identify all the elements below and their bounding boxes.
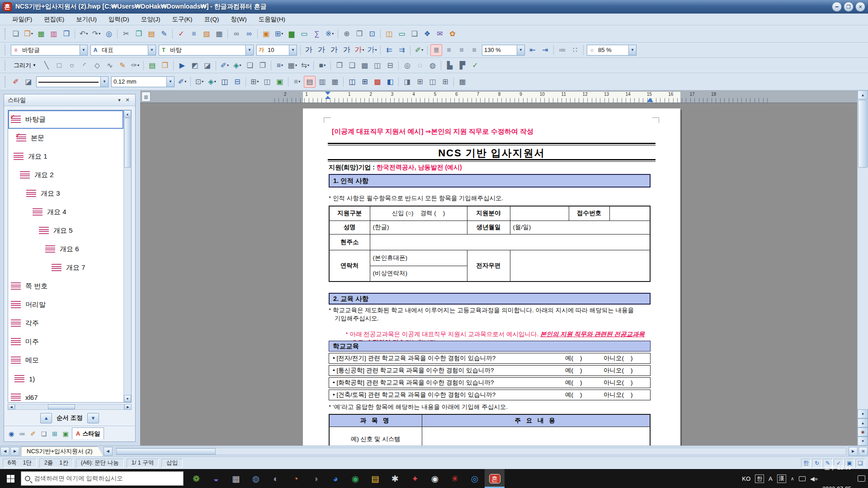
right-margin-marker[interactable] <box>647 98 653 102</box>
toolbar-icon[interactable]: ≡ <box>188 28 200 40</box>
toolbar-icon[interactable]: ✉ <box>434 28 446 40</box>
panel-tab-icon[interactable]: ◉ <box>6 428 17 439</box>
line-style-combo[interactable]: ▼ <box>36 76 108 87</box>
table-tool-icon[interactable]: ◫ <box>427 76 439 88</box>
draw-tool-icon[interactable]: □ <box>53 60 65 71</box>
taskbar-app-icon[interactable]: ▦ <box>226 469 246 488</box>
vertical-scrollbar[interactable]: ▲ ▼ ▲ ◉ ▼ <box>857 90 868 446</box>
style-list-scrollbar[interactable]: ▲ ▼ <box>123 110 131 402</box>
scrollbar-thumb[interactable] <box>858 100 868 168</box>
toolbar-icon[interactable]: ❏ <box>10 28 22 40</box>
scroll-up-icon[interactable]: ▲ <box>858 90 868 99</box>
table-tool-icon[interactable]: ◫ <box>219 76 231 88</box>
toolbar-icon[interactable]: ※ <box>324 28 335 40</box>
hscroll-left-icon[interactable]: ◀ <box>104 447 113 456</box>
toolbar-icon[interactable]: ❐ <box>133 28 145 40</box>
style-list-item[interactable]: ✓ 1) <box>8 370 123 388</box>
taskbar-app-icon[interactable]: ✳ <box>445 469 465 488</box>
format-button[interactable]: ∷ <box>569 44 581 56</box>
draw-tool-icon[interactable]: ◇ <box>91 60 103 71</box>
display-icon[interactable] <box>799 476 806 481</box>
toolbar-icon[interactable]: ▦ <box>35 28 47 40</box>
toolbar-icon[interactable]: ⊡ <box>366 28 378 40</box>
panel-tab-icon[interactable]: ✐ <box>28 428 38 439</box>
taskbar-app-icon[interactable]: ◐ <box>266 469 286 488</box>
toolbar-icon[interactable]: ▣ <box>260 28 272 40</box>
menu-item[interactable]: 도구(K) <box>166 14 198 25</box>
question-row[interactable]: • [전자/전기] 관련 학교교육 과목을 이수한 경험이 있습니까? 예( )… <box>329 353 651 364</box>
draw-tool-icon[interactable]: ╲ <box>41 60 52 71</box>
menu-item[interactable]: 보기(U) <box>70 14 103 25</box>
toolbar-icon[interactable]: ∞ <box>231 28 242 40</box>
style-list-item[interactable]: ✓ 메모 <box>8 351 123 370</box>
style-list-item[interactable]: ✓ 머리말 <box>8 296 123 314</box>
taskbar-clock[interactable]: 오후 12:33 2022-07-05 <box>822 450 851 488</box>
document-viewport[interactable]: [이공계 대표직무 지원서 예시] ⇒본인의 지원 직무로 수정하여 작성 NC… <box>140 103 857 446</box>
draw-menu-button[interactable]: 그리기▼ <box>9 60 40 71</box>
format-button[interactable]: 가 <box>303 44 315 56</box>
tab-scroll-right-icon[interactable]: ▶ <box>10 447 19 456</box>
toolbar-icon[interactable]: ⊞ <box>273 28 285 40</box>
taskbar-app-icon[interactable]: ◍ <box>246 469 266 488</box>
toolbar-icon[interactable] <box>172 29 173 39</box>
menu-item[interactable]: 파일(F) <box>6 14 38 25</box>
draw-tool-icon[interactable]: ◍ <box>427 60 439 71</box>
draw-tool-icon[interactable] <box>441 61 442 70</box>
toolbar-icon[interactable]: ▧ <box>201 28 212 40</box>
style-list-item[interactable]: ✓ 개요 2 <box>8 166 123 184</box>
font-combo[interactable]: T 바탕 ▼ <box>159 45 254 56</box>
format-button[interactable] <box>553 45 554 55</box>
table-cell[interactable] <box>609 206 650 221</box>
table-cell[interactable] <box>422 427 650 446</box>
toolbar-icon[interactable]: ▆ <box>286 28 297 40</box>
table-tool-icon[interactable]: ▤ <box>304 76 316 88</box>
rep-style-combo[interactable]: A 대표 ▼ <box>90 45 156 56</box>
table-cell[interactable]: 지원구분 <box>329 206 370 221</box>
table-tool-icon[interactable] <box>245 77 246 87</box>
menu-item[interactable]: 편집(E) <box>38 14 70 25</box>
draw-tool-icon[interactable]: ▛ <box>457 60 468 71</box>
goto-page-button[interactable]: ◉ <box>858 427 868 436</box>
answer-yes[interactable]: 예( ) <box>565 379 604 387</box>
document-tab[interactable]: NCS기반+입사지원서 (2) <box>21 446 103 456</box>
toolbar-icon[interactable]: ◎ <box>103 28 115 40</box>
tray-expand-icon[interactable]: ∧ <box>791 476 794 482</box>
table-cell[interactable]: 예) 신호 및 시스템 <box>329 427 422 446</box>
table-header-cell[interactable]: 주 요 내 용 <box>422 414 650 427</box>
style-list-item[interactable]: ✓ 개요 3 <box>8 184 123 203</box>
style-list-item[interactable]: ✓ 개요 5 <box>8 221 123 240</box>
line-spacing-dropdown[interactable]: ▼ <box>517 45 524 55</box>
draw-tool-icon[interactable]: ✓ <box>469 60 481 71</box>
table-tool-icon[interactable]: ◫ <box>346 76 358 88</box>
question-row[interactable]: • [건축/토목] 관련 학교교육 과목을 이수한 경험이 있습니까? 예( )… <box>329 389 651 400</box>
document-page[interactable]: [이공계 대표직무 지원서 예시] ⇒본인의 지원 직무로 수정하여 작성 NC… <box>303 108 680 446</box>
table-cell[interactable]: 지원분야 <box>467 206 510 221</box>
style-list-item[interactable]: ✓ 미주 <box>8 333 123 351</box>
notification-center-icon[interactable] <box>858 475 865 482</box>
format-button[interactable] <box>427 45 428 55</box>
subject-table[interactable]: 과 목 명 주 요 내 용 예) 신호 및 시스템 <box>329 414 651 446</box>
panel-close-button[interactable]: ✕ <box>123 96 132 104</box>
scrollbar-thumb[interactable] <box>124 118 131 168</box>
line-style-dropdown[interactable]: ▼ <box>100 77 108 87</box>
table-cell[interactable] <box>510 206 569 221</box>
taskbar-app-icon[interactable]: 흔 <box>485 469 505 488</box>
taskbar-app-icon[interactable]: ✦ <box>405 469 425 488</box>
taskbar-search[interactable]: 검색하려면 여기에 입력하십시오 <box>21 471 184 486</box>
table-tool-icon[interactable]: ◫ <box>261 76 273 88</box>
toolbar-icon[interactable]: ↷ <box>90 28 102 40</box>
format-button[interactable] <box>410 45 411 55</box>
table-tool-icon[interactable] <box>190 77 191 87</box>
draw-tool-icon[interactable] <box>216 61 217 70</box>
format-button[interactable] <box>380 45 381 55</box>
toolbar-icon[interactable]: ✓ <box>175 28 187 40</box>
draw-tool-icon[interactable]: ◈ <box>231 60 243 71</box>
taskbar-app-icon[interactable]: ◉ <box>425 469 445 488</box>
draw-tool-icon[interactable]: ❑ <box>346 60 358 71</box>
panel-tab-icon[interactable]: ⊞ <box>49 428 60 439</box>
line-width-dropdown[interactable]: ▼ <box>166 77 174 87</box>
draw-tool-icon[interactable]: ≡ <box>274 60 286 71</box>
taskbar-app-icon[interactable]: ❁ <box>186 469 206 488</box>
table-tool-icon[interactable]: ▦ <box>457 76 468 88</box>
draw-tool-icon[interactable]: ✑ <box>129 60 141 71</box>
